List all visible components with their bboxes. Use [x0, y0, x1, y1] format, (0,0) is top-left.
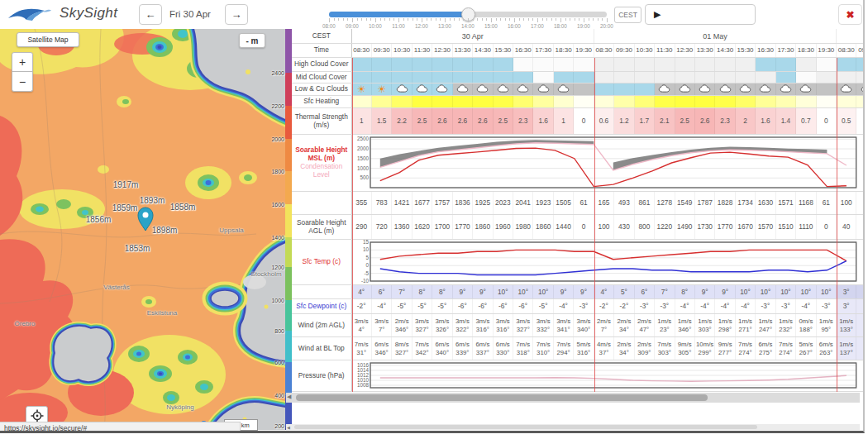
- time-cell: 08:30: [594, 44, 614, 57]
- slider-tick: [509, 18, 510, 21]
- wind-value-cell: 3m/s332°: [533, 314, 553, 336]
- place-label: Västerås: [103, 284, 130, 291]
- heating-cell: [856, 96, 863, 107]
- dewpoint-value-cell: -6°: [453, 299, 473, 313]
- time-cell: 12:30: [432, 44, 452, 57]
- cloud-icon: [799, 84, 812, 94]
- map-layer-button[interactable]: Satellite Map: [17, 32, 79, 47]
- temp-value-cell: 8°: [413, 285, 432, 298]
- slider-tick: [607, 18, 608, 22]
- slider-tick: [352, 18, 353, 22]
- day-header: [837, 29, 863, 43]
- day-separator-line: [594, 58, 595, 392]
- close-panel-button[interactable]: ✖: [838, 4, 862, 25]
- dewpoint-value-cell: -2°: [614, 299, 634, 313]
- scrollbar-thumb[interactable]: [294, 425, 757, 429]
- thermal-value-cell: 0.7: [796, 108, 816, 134]
- scrollbar-left-arrow-icon[interactable]: ◀: [287, 394, 291, 400]
- msl-value-cell: 861: [635, 192, 655, 214]
- colorbar-tick-label: 800: [274, 328, 284, 334]
- thermal-map[interactable]: Satellite Map + − - m 1917m1893m1859m185…: [0, 29, 285, 430]
- time-slider[interactable]: 08:0009:0010:0011:0012:0013:0014:0015:00…: [329, 10, 607, 26]
- chart-axis-label: 1014: [356, 367, 369, 373]
- thermal-value-cell: [856, 108, 863, 134]
- scrollbar-thumb[interactable]: [296, 394, 708, 401]
- low-cloud-cell: [817, 84, 837, 95]
- slider-tick: [477, 18, 478, 21]
- time-cell: 08:30: [352, 44, 372, 57]
- colorbar-tick-label: 2200: [271, 103, 284, 109]
- wind-value-cell: 5m/s316°: [574, 337, 594, 360]
- dewpoint-value-cell: -6°: [494, 299, 513, 313]
- forecast-table: CEST30 Apr01 MayTime08:3009:3010:3011:30…: [292, 29, 863, 430]
- browser-status-url: https://skysight.io/secure/#: [0, 422, 241, 433]
- low-cloud-cell: [675, 84, 695, 95]
- temp-value-cell: 9°: [715, 285, 735, 298]
- skysight-app-screenshot: SkySight ← Fri 30 Apr → 08:0009:0010:001…: [0, 0, 868, 439]
- temp-value-cell: [856, 285, 863, 298]
- chart-axis-label: 15: [362, 240, 369, 245]
- agl-value-cell: 1220: [655, 215, 675, 239]
- wind-value-cell: 3m/s316°: [473, 314, 493, 336]
- slider-tick: [454, 18, 455, 21]
- low-cloud-cell: [473, 84, 493, 95]
- agl-value-cell: 1860: [533, 215, 553, 239]
- thermal-value-cell: 1.4: [776, 108, 796, 134]
- thermal-value-cell: 1.6: [533, 108, 553, 134]
- table-horizontal-scrollbar[interactable]: ◀: [286, 393, 860, 403]
- dewpoint-value-cell: -4°: [695, 299, 715, 313]
- colorbar-segment: [285, 139, 292, 171]
- cloud-cover-cell: [614, 58, 634, 71]
- wind-value-cell: 8m/s327°: [392, 337, 412, 360]
- slider-tick: [575, 18, 575, 21]
- agl-value-cell: 1670: [736, 215, 756, 239]
- dewpoint-value-cell: -4°: [715, 299, 735, 313]
- timezone-button[interactable]: CEST: [614, 7, 641, 23]
- cloud-icon: [537, 84, 550, 94]
- cloud-cover-cell: [837, 58, 856, 71]
- time-cell: 10:30: [635, 44, 655, 57]
- cloud-icon: [396, 84, 408, 94]
- map-units-button[interactable]: - m: [239, 33, 265, 48]
- slider-tick-label: 11:00: [392, 23, 404, 29]
- agl-value-cell: 1730: [695, 215, 715, 239]
- slider-tick-label: 12:00: [415, 23, 428, 29]
- dewpoint-value-cell: -4°: [736, 299, 756, 313]
- cloud-cover-cell: [655, 58, 675, 71]
- prev-day-button[interactable]: ←: [139, 4, 162, 25]
- dewpoint-value-cell: -3°: [635, 299, 655, 313]
- play-animation-button[interactable]: ▶: [645, 4, 756, 25]
- colorbar-tick-label: 1200: [271, 265, 284, 270]
- thermal-strength-row: Thermal Strength(m/s)11.52.22.52.62.62.6…: [292, 108, 863, 135]
- dewpoint-value-cell: -5°: [432, 299, 452, 313]
- map-zoom-in-button[interactable]: +: [12, 52, 33, 72]
- msl-value-cell: 2023: [494, 192, 513, 214]
- wind-value-cell: 7m/s294°: [554, 337, 574, 360]
- thermal-value-cell: 2.3: [513, 108, 533, 134]
- colorbar-tick-label: 600: [274, 360, 284, 365]
- next-day-button[interactable]: →: [225, 4, 248, 25]
- scrollbar-left-arrow-icon[interactable]: ◀: [287, 425, 290, 430]
- mid-cloud-row: Mid Cloud Cover: [292, 72, 863, 84]
- msl-value-cell: 355: [352, 192, 372, 214]
- cloud-cover-cell: [796, 58, 816, 71]
- colorbar-segment: [285, 237, 292, 267]
- row-label: [292, 192, 352, 214]
- temp-value-cell: 4°: [352, 285, 372, 298]
- slider-tick: [343, 18, 344, 21]
- wind-value-cell: 7m/s318°: [513, 337, 533, 360]
- cloud-icon: [476, 84, 489, 94]
- thermal-value-cell: 0: [574, 108, 594, 134]
- cloud-cover-cell: [675, 58, 695, 71]
- slider-tick: [403, 18, 404, 21]
- low-cloud-cell: [756, 84, 775, 95]
- thermal-value-cell: 2.1: [655, 108, 675, 134]
- bottom-scrollbar[interactable]: ◀: [286, 424, 860, 430]
- dewpoint-value-cell: -5°: [533, 299, 553, 313]
- chart-axis-label: -5: [364, 270, 369, 276]
- row-label: Time: [292, 44, 352, 57]
- map-zoom-out-button[interactable]: −: [12, 72, 33, 92]
- chart-axis-label: 2000: [356, 146, 369, 151]
- wind-value-cell: 1m/s137°: [837, 337, 856, 360]
- colorbar-segment: [285, 331, 292, 362]
